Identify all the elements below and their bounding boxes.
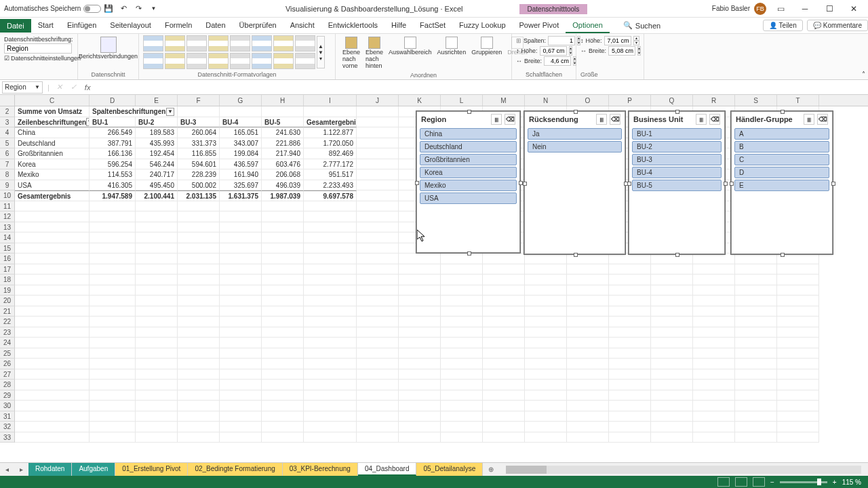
- cell[interactable]: [693, 285, 735, 296]
- cell[interactable]: [777, 327, 819, 338]
- cell[interactable]: [178, 422, 220, 432]
- cell[interactable]: [399, 285, 441, 296]
- cell[interactable]: Korea: [15, 159, 90, 170]
- cell[interactable]: [693, 432, 735, 443]
- cell[interactable]: [304, 422, 357, 432]
- cell[interactable]: [651, 348, 693, 359]
- cell[interactable]: [651, 264, 693, 275]
- cell[interactable]: [609, 317, 651, 327]
- cell[interactable]: [90, 317, 136, 327]
- cell[interactable]: [136, 264, 178, 275]
- cell[interactable]: [693, 390, 735, 401]
- cell[interactable]: 161.940: [220, 169, 262, 180]
- cell[interactable]: [609, 359, 651, 369]
- send-backward-button[interactable]: Ebene nach hinten: [363, 35, 386, 70]
- tab-daten[interactable]: Daten: [199, 18, 232, 33]
- cell[interactable]: [220, 285, 262, 296]
- cell[interactable]: [567, 348, 609, 359]
- cell[interactable]: [220, 432, 262, 443]
- cell[interactable]: [483, 264, 525, 275]
- cell[interactable]: [651, 390, 693, 401]
- row-header[interactable]: 10: [0, 190, 15, 201]
- tab-seitenlayout[interactable]: Seitenlayout: [103, 18, 158, 33]
- cell[interactable]: [220, 327, 262, 338]
- cell[interactable]: 199.084: [220, 148, 262, 159]
- slicer-item[interactable]: A: [734, 128, 829, 140]
- cell[interactable]: [735, 380, 777, 390]
- row-header[interactable]: 8: [0, 169, 15, 180]
- cell[interactable]: [399, 432, 441, 443]
- row-header[interactable]: 17: [0, 264, 15, 275]
- cell[interactable]: [262, 338, 304, 348]
- cell[interactable]: 228.239: [178, 169, 220, 180]
- row-header[interactable]: 30: [0, 401, 15, 411]
- clear-filter-icon[interactable]: ⌫: [610, 114, 620, 125]
- cell[interactable]: [15, 317, 90, 327]
- cell[interactable]: 165.051: [220, 127, 262, 138]
- cell[interactable]: [609, 432, 651, 443]
- cell[interactable]: [262, 232, 304, 243]
- cell[interactable]: 325.697: [220, 180, 262, 191]
- column-header[interactable]: T: [777, 95, 819, 106]
- cell[interactable]: Summe von Umsatz: [15, 106, 90, 117]
- cell[interactable]: [357, 138, 399, 149]
- cell[interactable]: [735, 274, 777, 285]
- cell[interactable]: [483, 390, 525, 401]
- cell[interactable]: [90, 432, 136, 443]
- slicer-item[interactable]: Mexiko: [420, 180, 517, 191]
- cell[interactable]: 1.987.039: [262, 190, 304, 201]
- cell[interactable]: [525, 432, 567, 443]
- cell[interactable]: [178, 432, 220, 443]
- cell[interactable]: [357, 306, 399, 317]
- cell[interactable]: [304, 348, 357, 359]
- cell[interactable]: [220, 211, 262, 222]
- bring-forward-button[interactable]: Ebene nach vorne: [340, 35, 363, 70]
- row-header[interactable]: 33: [0, 432, 15, 443]
- cell[interactable]: [735, 296, 777, 306]
- cell[interactable]: [609, 264, 651, 275]
- cell[interactable]: [90, 285, 136, 296]
- cell[interactable]: [399, 317, 441, 327]
- cell[interactable]: [136, 274, 178, 285]
- cell[interactable]: [262, 390, 304, 401]
- share-button[interactable]: 👤Teilen: [763, 20, 803, 31]
- cell[interactable]: Deutschland: [15, 138, 90, 149]
- cell[interactable]: [651, 411, 693, 422]
- cell[interactable]: [483, 411, 525, 422]
- row-header[interactable]: 25: [0, 348, 15, 359]
- cell[interactable]: [262, 222, 304, 233]
- slicer-item[interactable]: China: [420, 128, 517, 140]
- row-header[interactable]: 2: [0, 106, 15, 117]
- cell[interactable]: [651, 422, 693, 432]
- cell[interactable]: [262, 422, 304, 432]
- cell[interactable]: [15, 253, 90, 264]
- row-header[interactable]: 16: [0, 253, 15, 264]
- cell[interactable]: [220, 201, 262, 212]
- row-header[interactable]: 20: [0, 296, 15, 306]
- cell[interactable]: [136, 222, 178, 233]
- cell[interactable]: 1.631.375: [220, 190, 262, 201]
- column-header[interactable]: Q: [651, 95, 693, 106]
- cell[interactable]: [777, 348, 819, 359]
- cell[interactable]: [567, 359, 609, 369]
- cell[interactable]: [90, 274, 136, 285]
- cell[interactable]: [357, 127, 399, 138]
- cell[interactable]: [90, 253, 136, 264]
- cell[interactable]: [178, 264, 220, 275]
- cell[interactable]: [304, 222, 357, 233]
- cell[interactable]: BU-3: [178, 117, 220, 128]
- cell[interactable]: [399, 264, 441, 275]
- cell[interactable]: [178, 201, 220, 212]
- cell[interactable]: [651, 253, 693, 264]
- cell[interactable]: [441, 380, 483, 390]
- cell[interactable]: [220, 243, 262, 254]
- ribbon-display-icon[interactable]: ▭: [770, 1, 791, 17]
- cell[interactable]: [90, 338, 136, 348]
- cell[interactable]: [262, 401, 304, 411]
- cell[interactable]: [262, 264, 304, 275]
- cell[interactable]: [178, 390, 220, 401]
- formula-input[interactable]: [94, 82, 868, 93]
- clear-filter-icon[interactable]: ⌫: [709, 114, 720, 125]
- cell[interactable]: [15, 232, 90, 243]
- cell[interactable]: [483, 317, 525, 327]
